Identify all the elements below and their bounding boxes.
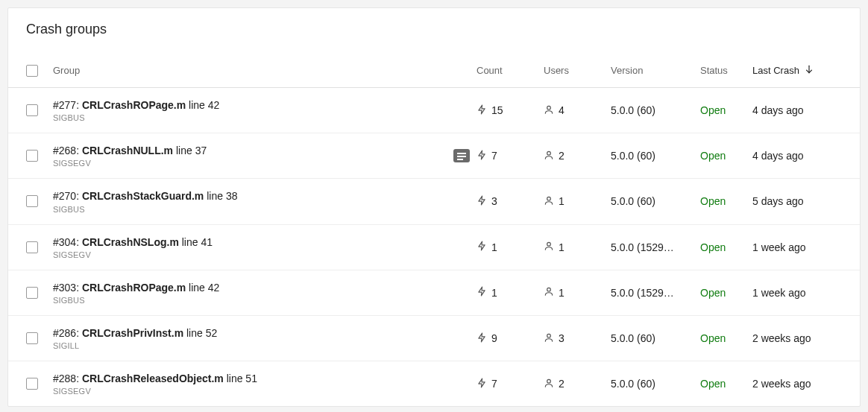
user-icon: [544, 241, 554, 253]
users-cell: 1: [544, 286, 611, 299]
group-line: line 42: [189, 282, 219, 294]
status-cell: Open: [700, 332, 752, 344]
table-row[interactable]: #303: CRLCrashROPage.m line 42SIGBUS115.…: [8, 270, 860, 316]
group-cell: #270: CRLCrashStackGuard.m line 38SIGBUS: [53, 189, 447, 213]
users-cell: 1: [544, 241, 611, 253]
status-cell: Open: [700, 287, 752, 299]
row-checkbox[interactable]: [26, 241, 38, 253]
count-cell: 1: [477, 286, 544, 299]
group-id: #268:: [53, 145, 79, 156]
count-value: 7: [491, 378, 497, 390]
header-group[interactable]: Group: [53, 65, 447, 76]
table-row[interactable]: #268: CRLCrashNULL.m line 37SIGSEGV725.0…: [8, 133, 860, 179]
count-cell: 15: [477, 104, 544, 117]
bolt-icon: [477, 195, 487, 208]
group-cell: #304: CRLCrashNSLog.m line 41SIGSEGV: [53, 235, 447, 259]
group-file: CRLCrashStackGuard.m: [82, 190, 204, 202]
header-count[interactable]: Count: [477, 65, 544, 76]
status-cell: Open: [700, 378, 752, 390]
header-version[interactable]: Version: [611, 65, 700, 76]
group-id: #277:: [53, 99, 79, 111]
status-cell: Open: [700, 104, 752, 116]
svg-point-2: [547, 151, 551, 155]
row-checkbox-cell: [26, 332, 53, 344]
group-file: CRLCrashROPage.m: [82, 99, 186, 111]
version-cell: 5.0.0 (1529…: [611, 287, 700, 299]
row-checkbox[interactable]: [26, 104, 38, 116]
group-title: #286: CRLCrashPrivInst.m line 52: [53, 326, 438, 340]
table-row[interactable]: #277: CRLCrashROPage.m line 42SIGBUS1545…: [8, 88, 860, 133]
svg-point-7: [547, 379, 551, 383]
group-file: CRLCrashPrivInst.m: [82, 327, 183, 339]
select-all-checkbox[interactable]: [26, 65, 38, 77]
row-checkbox[interactable]: [26, 332, 38, 344]
version-cell: 5.0.0 (60): [611, 150, 700, 162]
table-row[interactable]: #270: CRLCrashStackGuard.m line 38SIGBUS…: [8, 179, 860, 224]
users-cell: 2: [544, 378, 611, 390]
group-title: #270: CRLCrashStackGuard.m line 38: [53, 189, 438, 203]
header-users[interactable]: Users: [544, 65, 611, 76]
group-signal: SIGBUS: [53, 205, 438, 214]
group-title: #303: CRLCrashROPage.m line 42: [53, 281, 438, 294]
header-status[interactable]: Status: [700, 65, 752, 76]
users-value: 3: [559, 332, 564, 344]
users-cell: 2: [544, 150, 611, 162]
count-value: 1: [491, 241, 497, 253]
count-cell: 3: [477, 195, 544, 208]
row-checkbox[interactable]: [26, 378, 38, 390]
bolt-icon: [477, 286, 487, 299]
row-checkbox-cell: [26, 104, 53, 116]
table-row[interactable]: #286: CRLCrashPrivInst.m line 52SIGILL93…: [8, 316, 860, 361]
group-title: #288: CRLCrashReleasedObject.m line 51: [53, 372, 438, 385]
status-cell: Open: [700, 195, 752, 207]
user-icon: [544, 150, 554, 162]
header-last-crash[interactable]: Last Crash: [752, 64, 842, 77]
group-id: #303:: [53, 282, 79, 294]
svg-point-3: [547, 197, 551, 200]
bolt-icon: [477, 332, 487, 345]
user-icon: [544, 286, 554, 299]
table-header-row: Group Count Users Version Status Last Cr…: [8, 43, 860, 88]
row-checkbox[interactable]: [26, 195, 38, 207]
last-crash-cell: 1 week ago: [752, 241, 842, 253]
note-icon[interactable]: [453, 149, 470, 162]
row-checkbox-cell: [26, 378, 53, 390]
row-checkbox[interactable]: [26, 150, 38, 162]
group-signal: SIGBUS: [53, 113, 438, 122]
group-signal: SIGILL: [53, 341, 438, 350]
group-cell: #303: CRLCrashROPage.m line 42SIGBUS: [53, 281, 447, 305]
row-checkbox[interactable]: [26, 287, 38, 299]
user-icon: [544, 332, 554, 345]
card-title: Crash groups: [8, 8, 860, 43]
svg-point-5: [547, 288, 551, 292]
users-value: 2: [559, 378, 564, 390]
group-line: line 52: [186, 327, 217, 339]
users-value: 2: [559, 150, 564, 162]
header-last-crash-label: Last Crash: [752, 65, 799, 76]
bolt-icon: [477, 241, 487, 253]
svg-point-4: [547, 242, 551, 246]
row-checkbox-cell: [26, 150, 53, 162]
count-value: 7: [491, 150, 497, 162]
group-signal: SIGBUS: [53, 296, 438, 305]
group-id: #286:: [53, 327, 79, 339]
users-value: 4: [559, 104, 564, 116]
bolt-icon: [477, 104, 487, 117]
group-title: #268: CRLCrashNULL.m line 37: [53, 144, 438, 157]
version-cell: 5.0.0 (60): [611, 104, 700, 116]
header-checkbox-cell: [26, 65, 53, 77]
group-title: #277: CRLCrashROPage.m line 42: [53, 98, 438, 112]
group-file: CRLCrashNSLog.m: [82, 236, 179, 248]
count-value: 15: [491, 104, 503, 116]
count-value: 3: [491, 195, 497, 207]
users-cell: 1: [544, 195, 611, 208]
svg-point-6: [547, 334, 551, 337]
table-row[interactable]: #288: CRLCrashReleasedObject.m line 51SI…: [8, 361, 860, 406]
group-id: #270:: [53, 190, 79, 202]
bolt-icon: [477, 378, 487, 390]
version-cell: 5.0.0 (1529…: [611, 241, 700, 253]
group-cell: #286: CRLCrashPrivInst.m line 52SIGILL: [53, 326, 447, 350]
last-crash-cell: 4 days ago: [752, 150, 842, 162]
table-row[interactable]: #304: CRLCrashNSLog.m line 41SIGSEGV115.…: [8, 225, 860, 270]
users-cell: 4: [544, 104, 611, 117]
